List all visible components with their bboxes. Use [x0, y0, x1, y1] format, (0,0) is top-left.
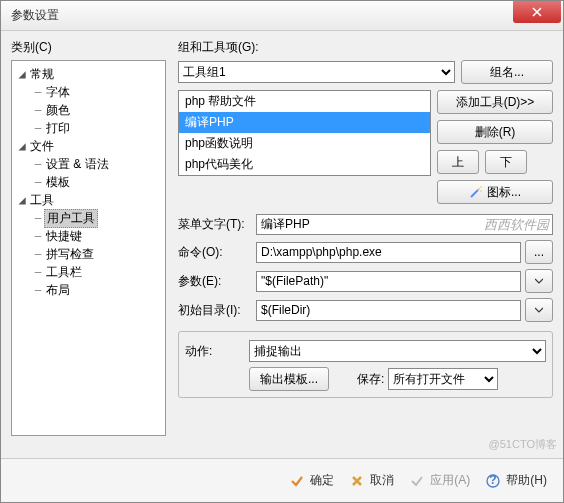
tree-item-label: 设置 & 语法 — [44, 156, 111, 173]
svg-point-1 — [480, 186, 482, 188]
check-icon — [290, 474, 304, 488]
apply-button: 应用(A) — [410, 472, 470, 489]
tree-item[interactable]: ◢常规 — [14, 65, 163, 83]
x-icon — [350, 474, 364, 488]
expand-icon: ◢ — [16, 193, 28, 207]
list-item[interactable]: php函数说明 — [179, 133, 430, 154]
delete-button[interactable]: 删除(R) — [437, 120, 553, 144]
group-row: 工具组1 组名... — [178, 60, 553, 84]
action-combo[interactable]: 捕捉输出 — [249, 340, 546, 362]
save-combo[interactable]: 所有打开文件 — [388, 368, 498, 390]
tree-item[interactable]: –模板 — [14, 173, 163, 191]
group-tools-label: 组和工具项(G): — [178, 39, 553, 56]
list-item[interactable]: php 帮助文件 — [179, 91, 430, 112]
list-item[interactable]: php代码美化 — [179, 154, 430, 175]
initdir-label: 初始目录(I): — [178, 302, 252, 319]
action-row2: 输出模板... 保存: 所有打开文件 — [185, 367, 546, 391]
svg-text:?: ? — [490, 474, 497, 487]
wand-icon — [469, 185, 483, 199]
command-label: 命令(O): — [178, 244, 252, 261]
initdir-input[interactable] — [256, 300, 521, 321]
ok-button[interactable]: 确定 — [290, 472, 334, 489]
tool-buttons-col: 添加工具(D)>> 删除(R) 上 下 图标... — [437, 90, 553, 204]
svg-point-0 — [478, 188, 480, 190]
args-row: 参数(E): — [178, 269, 553, 293]
action-row: 动作: 捕捉输出 — [185, 340, 546, 362]
save-label: 保存: — [357, 371, 384, 388]
tree-item[interactable]: ◢文件 — [14, 137, 163, 155]
initdir-menu-button[interactable] — [525, 298, 553, 322]
initdir-row: 初始目录(I): — [178, 298, 553, 322]
tree-item-label: 颜色 — [44, 102, 72, 119]
args-input[interactable] — [256, 271, 521, 292]
window-title: 参数设置 — [11, 7, 513, 24]
tree-item[interactable]: –字体 — [14, 83, 163, 101]
right-panel: 组和工具项(G): 工具组1 组名... php 帮助文件编译PHPphp函数说… — [166, 39, 553, 451]
add-tool-button[interactable]: 添加工具(D)>> — [437, 90, 553, 114]
tree-item-label: 布局 — [44, 282, 72, 299]
args-menu-button[interactable] — [525, 269, 553, 293]
icon-button[interactable]: 图标... — [437, 180, 553, 204]
action-label: 动作: — [185, 343, 245, 360]
command-row: 命令(O): ... — [178, 240, 553, 264]
output-template-button[interactable]: 输出模板... — [249, 367, 329, 391]
apply-icon — [410, 474, 424, 488]
tree-item-label: 工具 — [28, 192, 56, 209]
tree-item[interactable]: –颜色 — [14, 101, 163, 119]
tree-item[interactable]: –布局 — [14, 281, 163, 299]
tree-item-label: 字体 — [44, 84, 72, 101]
tree-item-label: 拼写检查 — [44, 246, 96, 263]
corner-watermark: @51CTO博客 — [489, 437, 557, 452]
tree-item[interactable]: –工具栏 — [14, 263, 163, 281]
chevron-down-icon — [535, 277, 543, 285]
list-item[interactable]: 编译PHP — [179, 112, 430, 133]
command-browse-button[interactable]: ... — [525, 240, 553, 264]
tree-item-label: 打印 — [44, 120, 72, 137]
tree-item-label: 快捷键 — [44, 228, 84, 245]
chevron-down-icon — [535, 306, 543, 314]
category-tree[interactable]: ◢常规–字体–颜色–打印◢文件–设置 & 语法–模板◢工具–用户工具–快捷键–拼… — [11, 60, 166, 436]
icon-button-label: 图标... — [487, 184, 521, 201]
move-down-button[interactable]: 下 — [485, 150, 527, 174]
category-label: 类别(C) — [11, 39, 166, 56]
args-label: 参数(E): — [178, 273, 252, 290]
tree-item[interactable]: –快捷键 — [14, 227, 163, 245]
expand-icon: ◢ — [16, 139, 28, 153]
tree-item-label: 文件 — [28, 138, 56, 155]
tree-item-label: 工具栏 — [44, 264, 84, 281]
dialog-window: 参数设置 类别(C) ◢常规–字体–颜色–打印◢文件–设置 & 语法–模板◢工具… — [0, 0, 564, 503]
close-button[interactable] — [513, 1, 561, 23]
help-icon: ? — [486, 474, 500, 488]
help-button[interactable]: ? 帮助(H) — [486, 472, 547, 489]
tool-listbox[interactable]: php 帮助文件编译PHPphp函数说明php代码美化 — [178, 90, 431, 176]
group-combo[interactable]: 工具组1 — [178, 61, 455, 83]
tree-item[interactable]: –打印 — [14, 119, 163, 137]
tree-item[interactable]: –设置 & 语法 — [14, 155, 163, 173]
tree-item[interactable]: ◢工具 — [14, 191, 163, 209]
tree-item[interactable]: –拼写检查 — [14, 245, 163, 263]
tree-item[interactable]: –用户工具 — [14, 209, 163, 227]
left-panel: 类别(C) ◢常规–字体–颜色–打印◢文件–设置 & 语法–模板◢工具–用户工具… — [11, 39, 166, 451]
titlebar: 参数设置 — [1, 1, 563, 31]
cancel-button[interactable]: 取消 — [350, 472, 394, 489]
menu-text-row: 菜单文字(T): 编译PHP 西西软件园 — [178, 214, 553, 235]
tree-item-label: 用户工具 — [44, 209, 98, 228]
tree-item-label: 常规 — [28, 66, 56, 83]
move-up-button[interactable]: 上 — [437, 150, 479, 174]
menu-text-label: 菜单文字(T): — [178, 216, 252, 233]
menu-text-value: 编译PHP — [256, 214, 553, 235]
tree-item-label: 模板 — [44, 174, 72, 191]
action-group: 动作: 捕捉输出 输出模板... 保存: 所有打开文件 — [178, 331, 553, 398]
group-name-button[interactable]: 组名... — [461, 60, 553, 84]
expand-icon: ◢ — [16, 67, 28, 81]
dialog-body: 类别(C) ◢常规–字体–颜色–打印◢文件–设置 & 语法–模板◢工具–用户工具… — [1, 31, 563, 451]
tool-list-row: php 帮助文件编译PHPphp函数说明php代码美化 添加工具(D)>> 删除… — [178, 90, 553, 204]
svg-point-2 — [480, 190, 482, 192]
bottom-bar: 确定 取消 应用(A) ? 帮助(H) — [1, 458, 563, 502]
command-input[interactable] — [256, 242, 521, 263]
